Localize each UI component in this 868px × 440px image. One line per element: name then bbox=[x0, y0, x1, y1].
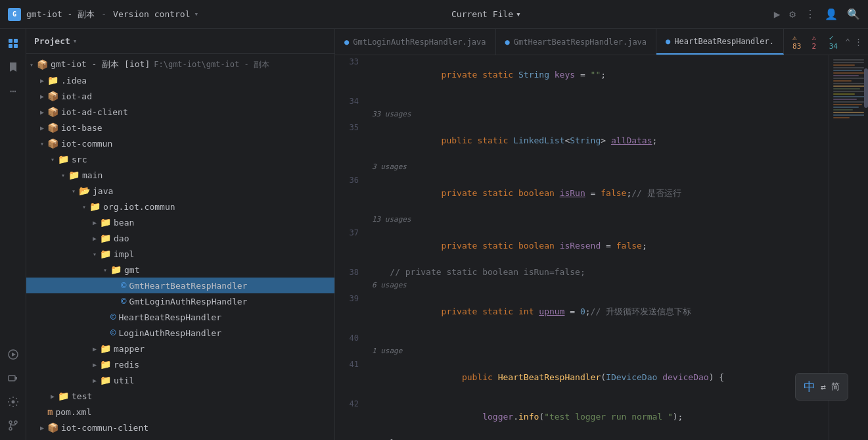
sidebar-icon-project[interactable] bbox=[3, 33, 24, 54]
java-class-icon2: © bbox=[121, 296, 126, 306]
code-line-33: 33 private static String keys = ""; bbox=[346, 55, 829, 95]
module-icon-iot-ad: 📦 bbox=[47, 91, 58, 101]
tree-label-idea: .idea bbox=[61, 76, 87, 86]
tab-GmtHeartBeat[interactable]: ● GmtHeartBeatRespHandler.java bbox=[496, 29, 657, 55]
tree-label-org-iot: org.iot.commun bbox=[103, 202, 175, 212]
tree-arrow-idea: ▶ bbox=[37, 77, 47, 84]
tree-label-HeartBeat: HeartBeatRespHandler bbox=[118, 312, 221, 322]
usage-hint-3usages: 3 usages bbox=[346, 160, 829, 174]
tree-item-main[interactable]: ▾ 📁 main bbox=[26, 167, 334, 183]
sidebar-icon-run2[interactable] bbox=[3, 344, 24, 365]
tree-item-test[interactable]: ▶ 📁 test bbox=[26, 388, 334, 404]
usage-hint-33usages: 33 usages bbox=[346, 108, 829, 121]
tree-item-org-iot[interactable]: ▾ 📁 org.iot.commun bbox=[26, 199, 334, 214]
tree-item-impl[interactable]: ▾ 📁 impl bbox=[26, 246, 334, 262]
tree-item-util[interactable]: ▶ 📁 util bbox=[26, 372, 334, 388]
run-icon[interactable]: ▶ bbox=[774, 8, 781, 20]
module-icon-iot-base: 📦 bbox=[47, 122, 58, 133]
code-line-42: 42 logger.info("test logger run normal "… bbox=[346, 397, 829, 437]
file-tree[interactable]: ▾ 📦 gmt-iot - 副本 [iot] F:\gmt-iot\gmt-io… bbox=[26, 54, 334, 440]
panel-dropdown-icon[interactable]: ▾ bbox=[73, 37, 78, 45]
tree-item-java[interactable]: ▾ 📂 java bbox=[26, 183, 334, 199]
search-icon[interactable]: 🔍 bbox=[847, 8, 860, 20]
java-folder-icon: 📂 bbox=[79, 185, 90, 196]
tree-item-GmtHeartBeat[interactable]: ▶ © GmtHeartBeatRespHandler bbox=[26, 278, 334, 293]
translate-widget[interactable]: 中 ⇄ 简 bbox=[795, 373, 848, 401]
code-line-39: 39 private static int upnum = 0;// 升级循环发… bbox=[346, 292, 829, 331]
code-line-35: 35 public static LinkedList<String> allD… bbox=[346, 121, 829, 160]
tab-HeartBeat[interactable]: ● HeartBeatRespHandler. bbox=[656, 29, 784, 55]
file-tree-panel: Project ▾ ▾ 📦 gmt-iot - 副本 [iot] F:\gmt-… bbox=[26, 29, 335, 440]
sidebar-icon-more[interactable]: ⋯ bbox=[3, 80, 24, 101]
usage-label: 13 usages bbox=[369, 213, 411, 226]
code-content[interactable]: 33 private static String keys = ""; 34 3… bbox=[335, 55, 829, 440]
tree-root-path: F:\gmt-iot\gmt-iot - 副本 bbox=[154, 59, 269, 70]
usage-label: 1 usage bbox=[369, 345, 402, 358]
tree-item-gmt[interactable]: ▾ 📁 gmt bbox=[26, 262, 334, 278]
tree-item-HeartBeat[interactable]: ▶ © HeartBeatRespHandler bbox=[26, 309, 334, 325]
folder-icon-bean: 📁 bbox=[100, 217, 111, 228]
tab-icon-heartbeat: ● bbox=[666, 37, 670, 46]
tree-item-LoginAuth[interactable]: ▶ © LoginAuthRespHandler bbox=[26, 325, 334, 341]
sidebar-icon-settings[interactable] bbox=[3, 391, 24, 412]
debug-icon[interactable]: ⚙ bbox=[789, 8, 796, 20]
code-line-43: 43 } bbox=[346, 437, 829, 440]
scrollbar-track[interactable] bbox=[864, 55, 868, 440]
tree-label-java: java bbox=[93, 186, 113, 196]
title-bar: G gmt-iot - 副本 - Version control ▾ Curre… bbox=[0, 0, 868, 29]
more-icon[interactable]: ⋮ bbox=[805, 8, 815, 20]
tab-icon-heartbeat-resp: ● bbox=[505, 37, 510, 47]
title-bar-left: G gmt-iot - 副本 - Version control ▾ bbox=[8, 8, 198, 21]
tree-item-iot-ad-client[interactable]: ▶ 📦 iot-ad-client bbox=[26, 104, 334, 120]
tree-label-iot-commun: iot-commun bbox=[61, 139, 112, 149]
tree-label-iot-base: iot-base bbox=[61, 123, 103, 133]
tree-item-dao[interactable]: ▶ 📁 dao bbox=[26, 230, 334, 246]
tree-item-src[interactable]: ▾ 📁 src bbox=[26, 151, 334, 167]
tab-collapse-icon[interactable]: ⌃ bbox=[845, 37, 850, 47]
svg-marker-5 bbox=[12, 353, 16, 356]
tree-item-idea[interactable]: ▶ 📁 .idea bbox=[26, 72, 334, 88]
tree-item-pom[interactable]: ▶ m pom.xml bbox=[26, 404, 334, 420]
folder-icon-mapper: 📁 bbox=[100, 343, 111, 354]
tree-item-bean[interactable]: ▶ 📁 bean bbox=[26, 214, 334, 230]
title-separator: - bbox=[101, 9, 106, 19]
tree-arrow-test: ▶ bbox=[47, 393, 58, 400]
current-file-button[interactable]: Current File ▾ bbox=[445, 7, 528, 22]
tree-arrow-iot-ad: ▶ bbox=[37, 93, 47, 100]
tree-item-iot-base[interactable]: ▶ 📦 iot-base bbox=[26, 120, 334, 135]
panel-header: Project ▾ bbox=[26, 29, 334, 54]
svg-rect-6 bbox=[9, 376, 15, 381]
tree-item-redis[interactable]: ▶ 📁 redis bbox=[26, 356, 334, 372]
version-control-btn[interactable]: Version control ▾ bbox=[113, 9, 198, 19]
badge-warnings: ⚠ 83 bbox=[789, 33, 805, 51]
translate-arrow: ⇄ bbox=[821, 382, 826, 392]
tree-arrow: ▾ bbox=[26, 61, 37, 68]
sidebar-icon-bookmarks[interactable] bbox=[3, 57, 24, 78]
tab-more-icon[interactable]: ⋮ bbox=[854, 37, 863, 47]
tree-label-LoginAuth: LoginAuthRespHandler bbox=[118, 328, 221, 338]
tree-item-GmtLoginAuth[interactable]: ▶ © GmtLoginAuthRespHandler bbox=[26, 293, 334, 309]
tree-label-gmt: gmt bbox=[124, 265, 139, 275]
folder-icon-dao: 📁 bbox=[100, 233, 111, 243]
sidebar-icon-plugin[interactable] bbox=[3, 368, 24, 389]
svg-rect-1 bbox=[14, 39, 18, 43]
scrollbar-thumb[interactable] bbox=[864, 68, 868, 108]
tree-arrow-org-iot: ▾ bbox=[79, 203, 89, 210]
version-control-dropdown-icon: ▾ bbox=[194, 10, 199, 18]
tree-root[interactable]: ▾ 📦 gmt-iot - 副本 [iot] F:\gmt-iot\gmt-io… bbox=[26, 57, 334, 72]
tree-item-mapper[interactable]: ▶ 📁 mapper bbox=[26, 341, 334, 356]
tree-item-iot-ad[interactable]: ▶ 📦 iot-ad bbox=[26, 88, 334, 104]
sidebar-icon-git[interactable] bbox=[3, 415, 24, 436]
translate-simplified: 简 bbox=[831, 381, 840, 393]
svg-rect-2 bbox=[9, 44, 12, 48]
account-icon[interactable]: 👤 bbox=[825, 8, 838, 20]
svg-point-8 bbox=[9, 421, 12, 424]
code-line-40: 40 bbox=[346, 331, 829, 345]
folder-icon-test: 📁 bbox=[58, 391, 69, 401]
tree-item-iot-commun-client[interactable]: ▶ 📦 iot-commun-client bbox=[26, 420, 334, 435]
code-line-36: 36 private static boolean isRun = false;… bbox=[346, 174, 829, 213]
sidebar-icons-bottom bbox=[3, 344, 24, 436]
tree-item-iot-commun[interactable]: ▾ 📦 iot-commun bbox=[26, 135, 334, 151]
tab-GmtLoginAuth[interactable]: ● GmtLoginAuthRespHandler.java bbox=[335, 29, 496, 55]
tree-arrow-iot-commun: ▾ bbox=[37, 140, 47, 147]
